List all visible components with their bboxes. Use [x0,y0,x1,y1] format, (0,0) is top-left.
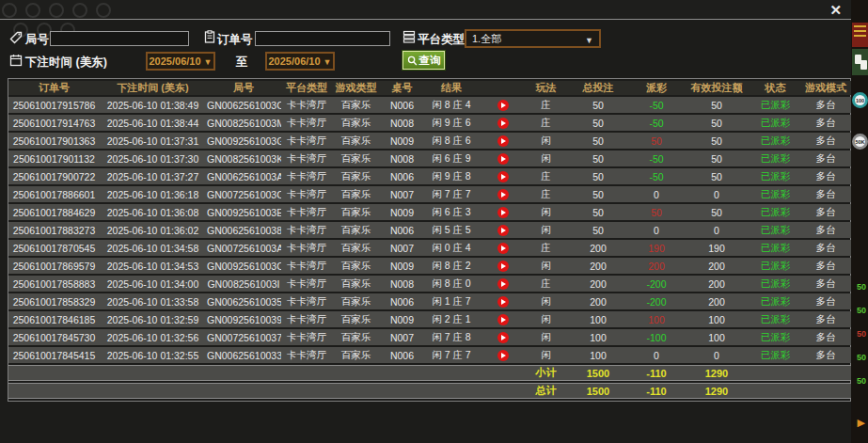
subtotal-total-bet: 1500 [565,365,631,381]
bet-time-label: 下注时间 (美东) [25,55,107,71]
cell-game-type: 百家乐 [332,204,380,220]
query-button-label: 查询 [419,54,441,68]
cell-status: 已派彩 [751,276,799,292]
replay-icon[interactable] [497,296,509,308]
platform-type-select[interactable]: 1.全部 ▼ [465,29,601,48]
col-header-result: 结果 [424,81,479,95]
cell-order-id: 250610017915786 [8,97,100,113]
round-id-input[interactable] [50,31,189,46]
replay-icon[interactable] [497,189,509,200]
cell-game-type: 百家乐 [332,168,380,184]
cell-valid-bet: 100 [682,311,751,327]
table-row: 250610017884629 2025-06-10 01:36:08 GN00… [8,204,852,220]
strip-number: 50 [857,282,866,292]
cell-platform: 卡卡湾厅 [281,240,332,256]
cell-status: 已派彩 [751,329,799,345]
cell-platform: 卡卡湾厅 [281,293,332,309]
grand-total-payout: -110 [631,383,682,399]
cell-table-no: N007 [380,240,424,256]
date-from-picker[interactable]: 2025/06/10▼ [146,52,215,71]
cell-payout: -50 [631,168,682,184]
chip-pattern-icon [25,3,40,18]
cell-game-type: 百家乐 [332,240,380,256]
replay-icon[interactable] [497,278,509,290]
cell-status: 已派彩 [751,150,799,166]
replay-icon[interactable] [497,207,509,218]
cell-table-no: N009 [380,133,424,149]
chip-pattern-icon [49,3,64,18]
cell-replay [479,258,527,274]
cell-total-bet: 50 [565,150,631,166]
order-id-input[interactable] [255,31,390,46]
replay-icon[interactable] [497,135,509,147]
cell-result: 闲 2 庄 1 [424,311,479,327]
cell-payout: 200 [631,258,682,274]
close-icon[interactable]: ✕ [829,2,842,19]
cell-bet-time: 2025-06-10 01:32:55 [100,347,206,363]
cell-status: 已派彩 [751,133,799,149]
cell-result: 闲 8 庄 4 [424,97,479,113]
chip-100: 100 [852,92,868,108]
cell-status: 已派彩 [751,204,799,220]
cell-bet-time: 2025-06-10 01:33:58 [100,293,206,309]
cell-result: 闲 8 庄 6 [424,133,479,149]
cell-play: 闲 [527,347,565,363]
clipboard-icon [203,30,216,43]
replay-icon[interactable] [497,332,509,343]
replay-icon[interactable] [497,118,509,129]
cell-status: 已派彩 [751,311,799,327]
cell-valid-bet: 50 [682,133,751,149]
replay-icon[interactable] [497,243,509,254]
cell-play: 闲 [527,311,565,327]
platform-type-value: 1.全部 [472,33,501,44]
cell-valid-bet: 100 [682,329,751,345]
replay-icon[interactable] [497,350,509,361]
cell-order-id: 250610017845730 [8,329,100,345]
strip-number: 50 [857,329,866,339]
cell-table-no: N006 [380,97,424,113]
table-row: 250610017869579 2025-06-10 01:34:53 GN00… [8,258,852,274]
cell-payout: 50 [631,204,682,220]
cell-table-no: N008 [380,276,424,292]
cell-play: 闲 [527,293,565,309]
cell-play: 闲 [527,222,565,238]
cell-result: 闲 6 庄 3 [424,204,479,220]
query-button[interactable]: 查询 [402,50,446,71]
chevron-down-icon: ▼ [324,57,332,67]
date-to-picker[interactable]: 2025/06/10▼ [265,52,335,71]
cell-platform: 卡卡湾厅 [281,276,332,292]
replay-icon[interactable] [497,314,509,325]
replay-icon[interactable] [497,225,509,236]
cell-game-type: 百家乐 [332,222,380,238]
cell-platform: 卡卡湾厅 [281,204,332,220]
cell-play: 庄 [527,168,565,184]
cell-total-bet: 100 [565,329,631,345]
chip-pattern-icon [96,3,111,18]
cell-payout: -50 [631,150,682,166]
cell-replay [479,276,527,292]
replay-icon[interactable] [497,100,509,111]
cell-game-mode: 多台 [799,133,852,149]
cell-game-type: 百家乐 [332,329,380,345]
table-row: 250610017914763 2025-06-10 01:38:44 GN00… [8,115,852,131]
replay-icon[interactable] [497,153,509,165]
grand-total-label: 总计 [527,383,565,399]
cell-result: 闲 5 庄 5 [424,222,479,238]
cell-bet-time: 2025-06-10 01:36:18 [100,186,206,202]
cell-payout: -200 [631,293,682,309]
cell-order-id: 250610017858329 [8,293,100,309]
cell-game-mode: 多台 [799,329,852,345]
cell-total-bet: 200 [565,240,631,256]
cell-game-mode: 多台 [799,311,852,327]
cell-total-bet: 50 [565,204,631,220]
cell-game-type: 百家乐 [332,115,380,131]
cell-round-id: GN0092561003G [206,133,281,149]
replay-icon[interactable] [497,171,509,182]
replay-icon[interactable] [497,261,509,272]
cell-total-bet: 100 [565,347,631,363]
subtotal-valid-bet: 1290 [682,365,751,381]
cell-valid-bet: 0 [682,347,751,363]
cell-result: 闲 8 庄 2 [424,258,479,274]
card-icon [860,60,867,70]
cell-play: 庄 [527,276,565,292]
